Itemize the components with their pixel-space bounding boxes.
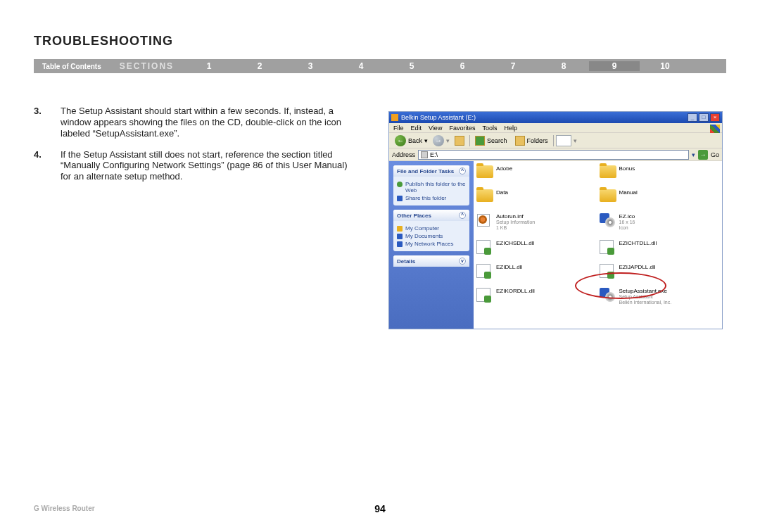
place-mydocuments[interactable]: My Documents — [397, 233, 466, 239]
dll-icon — [476, 240, 490, 254]
separator — [553, 135, 554, 146]
menu-view[interactable]: View — [429, 125, 442, 132]
step-4: 4. If the Setup Assistant still does not… — [34, 149, 350, 183]
file-folder-tasks-panel: File and Folder Tasks ^ Publish this fol… — [393, 165, 469, 205]
back-button[interactable]: ← Back ▾ — [392, 134, 431, 148]
file-ezico[interactable]: EZ.ico16 x 16Icon — [600, 213, 720, 230]
panel-head[interactable]: File and Folder Tasks ^ — [393, 165, 469, 177]
maximize-button[interactable]: □ — [699, 113, 709, 122]
chevron-down-icon: v — [459, 258, 466, 265]
file-ezijapdll[interactable]: EZIJAPDLL.dll — [600, 264, 720, 278]
folder-adobe[interactable]: Adobe — [476, 165, 597, 179]
dll-icon — [600, 264, 614, 278]
panel-title: File and Folder Tasks — [397, 168, 454, 175]
forward-button[interactable]: → — [433, 135, 444, 146]
details-panel: Details v — [393, 255, 469, 267]
nav-1[interactable]: 1 — [184, 61, 234, 71]
nav-5[interactable]: 5 — [386, 61, 437, 71]
menu-edit[interactable]: Edit — [411, 125, 422, 132]
file-ezichsdll[interactable]: EZICHSDLL.dll — [476, 240, 597, 254]
file-pane: Adobe Bonus Data Manual Autorun.infSetup… — [474, 161, 722, 329]
place-mynetwork[interactable]: My Network Places — [397, 241, 466, 247]
folder-icon — [476, 165, 493, 178]
panel-head[interactable]: Details v — [393, 255, 469, 267]
window-body: File and Folder Tasks ^ Publish this fol… — [389, 161, 722, 329]
up-button[interactable] — [452, 134, 467, 147]
step-text: If the Setup Assistant still does not st… — [61, 149, 350, 183]
folder-data[interactable]: Data — [476, 189, 597, 203]
menu-help[interactable]: Help — [504, 125, 517, 132]
exe-icon — [600, 288, 615, 302]
menu-favorites[interactable]: Favorites — [449, 125, 475, 132]
nav-8[interactable]: 8 — [538, 61, 589, 71]
chevron-down-icon[interactable]: ▾ — [692, 151, 695, 158]
nav-7[interactable]: 7 — [488, 61, 538, 71]
place-label: My Network Places — [405, 241, 453, 247]
dll-icon — [476, 288, 490, 302]
instruction-list: 3. The Setup Assistant should start with… — [34, 106, 350, 192]
chevron-down-icon: ▾ — [424, 137, 428, 144]
nav-4[interactable]: 4 — [336, 61, 386, 71]
page-title: TROUBLESHOOTING — [34, 34, 173, 49]
folders-button[interactable]: Folders — [512, 134, 551, 147]
panel-title: Other Places — [397, 213, 431, 219]
drive-icon — [421, 151, 428, 158]
footer: G Wireless Router 94 — [34, 505, 726, 512]
file-autorun[interactable]: Autorun.infSetup Information1 KB — [476, 213, 597, 230]
step-3: 3. The Setup Assistant should start with… — [34, 106, 350, 139]
globe-icon — [397, 182, 403, 187]
nav-2[interactable]: 2 — [234, 61, 285, 71]
task-publish[interactable]: Publish this folder to the Web — [397, 181, 466, 194]
file-label: EZIDLL.dll — [496, 264, 522, 270]
panel-body: Publish this folder to the Web Share thi… — [393, 177, 469, 205]
folder-manual[interactable]: Manual — [600, 189, 720, 203]
menu-file[interactable]: File — [393, 125, 404, 132]
file-meta: Belkin International, Inc. — [619, 300, 672, 305]
file-ezikordll[interactable]: EZIKORDLL.dll — [476, 288, 597, 305]
address-field[interactable]: E:\ — [418, 150, 689, 160]
minimize-button[interactable]: _ — [688, 113, 697, 122]
place-mycomputer[interactable]: My Computer — [397, 225, 466, 232]
panel-title: Details — [397, 258, 415, 265]
address-label: Address — [392, 151, 415, 158]
folder-icon — [476, 189, 493, 202]
separator — [469, 135, 470, 146]
views-button[interactable] — [556, 135, 571, 146]
nav-10[interactable]: 10 — [640, 61, 690, 71]
nav-9[interactable]: 9 — [589, 61, 640, 71]
nav-toc[interactable]: Table of Contents — [34, 63, 110, 70]
step-num: 3. — [34, 106, 48, 139]
ico-icon — [600, 213, 615, 227]
step-num: 4. — [34, 149, 48, 183]
folder-up-icon — [455, 136, 464, 146]
folder-bonus[interactable]: Bonus — [600, 165, 720, 179]
task-share[interactable]: Share this folder — [397, 195, 466, 201]
file-label: EZICHTDLL.dll — [619, 240, 657, 246]
nav-6[interactable]: 6 — [437, 61, 488, 71]
file-ezidll[interactable]: EZIDLL.dll — [476, 264, 597, 278]
nav-3[interactable]: 3 — [285, 61, 336, 71]
file-ezichtdll[interactable]: EZICHTDLL.dll — [600, 240, 720, 254]
dll-icon — [600, 240, 614, 254]
chevron-up-icon: ^ — [459, 212, 466, 219]
file-label: Autorun.inf — [496, 213, 524, 220]
share-icon — [397, 196, 403, 201]
file-setupassistant[interactable]: SetupAssistant.exeSetup AssistantBelkin … — [600, 288, 720, 305]
product-name: G Wireless Router — [34, 505, 95, 512]
file-meta: 1 KB — [496, 225, 535, 231]
file-meta: Setup Information — [496, 220, 535, 225]
place-label: My Documents — [405, 233, 443, 239]
panel-head[interactable]: Other Places ^ — [393, 210, 469, 221]
folders-label: Folders — [527, 137, 548, 144]
file-label: Bonus — [619, 165, 635, 172]
menu-tools[interactable]: Tools — [482, 125, 497, 132]
search-icon — [475, 136, 485, 146]
close-button[interactable]: × — [710, 113, 720, 122]
file-label: EZIJAPDLL.dll — [619, 264, 656, 270]
task-label: Share this folder — [405, 195, 446, 201]
file-label: EZICHSDLL.dll — [496, 240, 534, 246]
file-label: SetupAssistant.exe — [619, 288, 667, 294]
search-button[interactable]: Search — [472, 134, 510, 147]
go-button[interactable]: → — [698, 150, 708, 160]
back-label: Back — [408, 137, 422, 144]
